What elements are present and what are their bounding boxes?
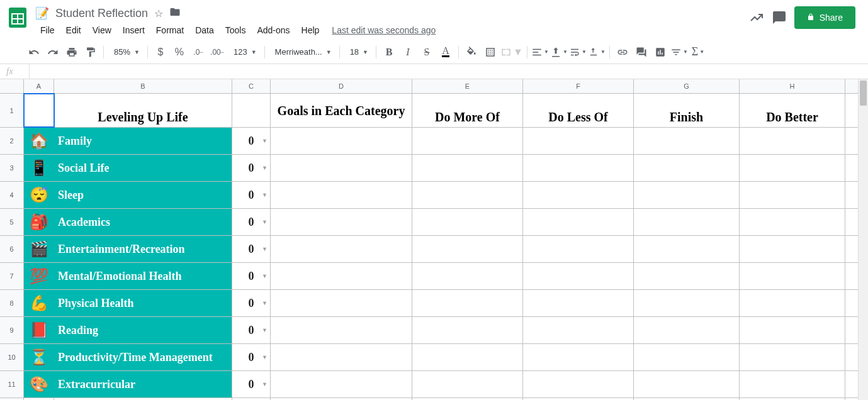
category-label-cell[interactable]: Physical Health — [54, 290, 232, 316]
select-all-corner[interactable] — [0, 79, 24, 93]
text-rotation-button[interactable]: ▼ — [588, 44, 606, 60]
dropdown-arrow-icon[interactable]: ▼ — [262, 354, 268, 360]
dropdown-arrow-icon[interactable]: ▼ — [262, 246, 268, 252]
cell[interactable] — [523, 317, 634, 343]
cell[interactable] — [634, 290, 740, 316]
category-label-cell[interactable]: Social Life — [54, 155, 232, 181]
cell[interactable] — [845, 317, 858, 343]
insert-comment-button[interactable] — [633, 44, 650, 60]
category-icon-cell[interactable]: 📕 — [24, 317, 54, 343]
cell[interactable] — [634, 236, 740, 262]
bold-button[interactable]: B — [380, 44, 398, 60]
dropdown-arrow-icon[interactable]: ▼ — [262, 192, 268, 198]
menu-edit[interactable]: Edit — [61, 23, 86, 38]
cell[interactable] — [271, 155, 412, 181]
category-label-cell[interactable]: Entertainment/Recreation — [54, 236, 232, 262]
functions-button[interactable]: Σ▼ — [689, 44, 707, 60]
row-header[interactable]: 7 — [0, 263, 24, 289]
row-header[interactable]: 9 — [0, 317, 24, 343]
row-header[interactable]: 8 — [0, 290, 24, 316]
category-icon-cell[interactable]: 💯 — [24, 263, 54, 289]
cell[interactable] — [845, 155, 858, 181]
sheets-logo[interactable] — [5, 5, 30, 30]
italic-button[interactable]: I — [399, 44, 417, 60]
menu-insert[interactable]: Insert — [118, 23, 150, 38]
cell[interactable] — [845, 344, 858, 370]
category-value-cell[interactable]: 0▼ — [232, 209, 271, 235]
cell[interactable] — [740, 344, 845, 370]
row-header[interactable]: 2 — [0, 128, 24, 154]
category-icon-cell[interactable]: 🎒 — [24, 209, 54, 235]
paint-format-button[interactable] — [82, 44, 99, 60]
col-header-F[interactable]: F — [523, 79, 634, 93]
decrease-decimal-button[interactable]: .0_ — [189, 44, 207, 60]
cell[interactable] — [740, 317, 845, 343]
category-value-cell[interactable]: 0▼ — [232, 317, 271, 343]
cell[interactable] — [412, 371, 523, 397]
cell[interactable] — [740, 371, 845, 397]
category-icon-cell[interactable]: 🎨 — [24, 371, 54, 397]
category-icon-cell[interactable]: 🎬 — [24, 236, 54, 262]
dropdown-arrow-icon[interactable]: ▼ — [262, 381, 268, 387]
cell[interactable] — [412, 290, 523, 316]
row-header[interactable]: 6 — [0, 236, 24, 262]
cell[interactable] — [845, 290, 858, 316]
merge-cells-button[interactable]: ▼ — [500, 44, 523, 60]
row-header[interactable]: 5 — [0, 209, 24, 235]
cell[interactable] — [271, 371, 412, 397]
cell[interactable] — [412, 263, 523, 289]
cell[interactable] — [271, 344, 412, 370]
number-format-select[interactable]: 123▼ — [227, 45, 261, 60]
dropdown-arrow-icon[interactable]: ▼ — [262, 138, 268, 144]
doc-title[interactable]: Student Reflection — [55, 7, 148, 20]
category-label-cell[interactable]: Mental/Emotional Health — [54, 263, 232, 289]
cell[interactable] — [412, 317, 523, 343]
cell[interactable] — [271, 317, 412, 343]
cell-G1[interactable]: Finish — [634, 94, 740, 127]
cell[interactable] — [634, 344, 740, 370]
cell[interactable] — [740, 128, 845, 154]
cell[interactable] — [740, 209, 845, 235]
last-edit-link[interactable]: Last edit was seconds ago — [332, 25, 436, 35]
dropdown-arrow-icon[interactable]: ▼ — [262, 273, 268, 279]
cell[interactable] — [845, 371, 858, 397]
cell-A1[interactable] — [24, 94, 54, 127]
cell[interactable] — [271, 182, 412, 208]
filter-button[interactable]: ▼ — [670, 44, 688, 60]
menu-file[interactable]: File — [35, 23, 60, 38]
redo-button[interactable] — [44, 44, 62, 60]
font-size-select[interactable]: 18▼ — [344, 45, 372, 60]
menu-data[interactable]: Data — [190, 23, 219, 38]
cell[interactable] — [412, 209, 523, 235]
insert-chart-button[interactable] — [651, 44, 669, 60]
fill-color-button[interactable] — [463, 44, 480, 60]
strikethrough-button[interactable]: S — [418, 44, 436, 60]
increase-decimal-button[interactable]: .00_ — [208, 44, 226, 60]
cell[interactable] — [845, 263, 858, 289]
format-currency-button[interactable]: $ — [152, 44, 169, 60]
menu-view[interactable]: View — [87, 23, 116, 38]
zoom-select[interactable]: 85%▼ — [108, 45, 144, 60]
row-header[interactable]: 3 — [0, 155, 24, 181]
cell[interactable] — [271, 209, 412, 235]
row-header-1[interactable]: 1 — [0, 94, 24, 127]
cell[interactable] — [845, 182, 858, 208]
col-header-G[interactable]: G — [634, 79, 740, 93]
horizontal-align-button[interactable]: ▼ — [531, 44, 549, 60]
cell[interactable] — [412, 344, 523, 370]
move-folder-icon[interactable] — [169, 6, 181, 20]
category-label-cell[interactable]: Academics — [54, 209, 232, 235]
explore-trend-icon[interactable] — [749, 10, 764, 25]
cell[interactable] — [634, 371, 740, 397]
insert-link-button[interactable] — [614, 44, 631, 60]
format-percent-button[interactable]: % — [171, 44, 188, 60]
formula-input[interactable] — [30, 64, 868, 79]
category-icon-cell[interactable]: ⏳ — [24, 344, 54, 370]
category-value-cell[interactable]: 0▼ — [232, 236, 271, 262]
font-family-select[interactable]: Merriweath...▼ — [269, 45, 335, 60]
cell[interactable] — [634, 209, 740, 235]
category-label-cell[interactable]: Family — [54, 128, 232, 154]
category-value-cell[interactable]: 0▼ — [232, 155, 271, 181]
menu-format[interactable]: Format — [151, 23, 189, 38]
cell[interactable] — [271, 290, 412, 316]
